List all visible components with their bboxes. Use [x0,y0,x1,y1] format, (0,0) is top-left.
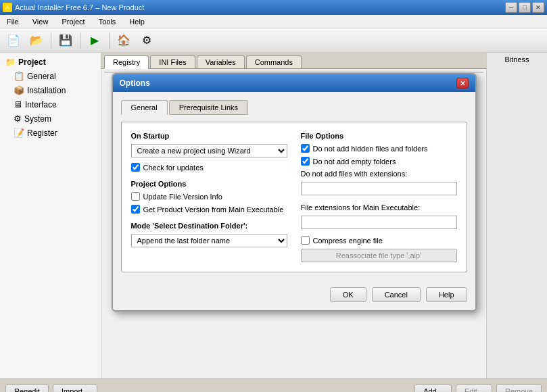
check-updates-checkbox[interactable] [131,163,140,172]
mode-select-label: Mode 'Select Destination Folder': [131,222,287,230]
dialog-left-col: On Startup Create a new project using Wi… [131,132,287,262]
no-ext-label: Do not add files with extensions: [301,170,457,178]
bitness-label: Bitness [490,55,544,64]
save-button[interactable]: 💾 [55,30,76,51]
menu-view[interactable]: View [28,17,53,26]
dialog-panel: On Startup Create a new project using Wi… [121,122,467,272]
minimize-button[interactable]: ─ [505,2,517,13]
toolbar-sep2 [80,32,80,49]
remove-button[interactable]: Remove [496,385,542,393]
update-file-version-checkbox[interactable] [131,192,140,201]
menu-help[interactable]: Help [125,17,149,26]
import-button[interactable]: Import... [53,385,97,393]
mode-select-dropdown[interactable]: Append the last folder nameUse full path… [131,234,287,247]
on-startup-dropdown-row: Create a new project using WizardOpen la… [131,144,287,157]
add-button[interactable]: Add... [414,385,452,393]
menu-bar: File View Project Tools Help [0,15,547,28]
no-hidden-files-row: Do not add hidden files and folders [301,144,457,153]
sidebar-item-general[interactable]: 📋 General [0,69,101,83]
new-button[interactable]: 📄 [3,30,24,51]
on-startup-label: On Startup [131,132,287,140]
no-empty-folders-row: Do not add empty folders [301,157,457,166]
no-empty-folders-label: Do not add empty folders [313,157,396,166]
mode-select-dropdown-row: Append the last folder nameUse full path… [131,234,287,247]
update-file-version-row: Update File Version Info [131,192,287,201]
check-updates-label: Check for updates [143,164,204,172]
dialog-tab-general[interactable]: General [121,100,168,115]
dialog-title: Options [120,78,150,88]
dialog-body: General Prerequisite Links On Startup Cr… [113,92,475,280]
get-product-version-label: Get Product Version from Main Executable [143,205,284,214]
compress-engine-label: Compress engine file [313,237,383,245]
dialog-tab-prereq[interactable]: Prerequisite Links [169,100,248,115]
regedit-button[interactable]: Regedit [5,385,49,393]
help-button[interactable]: Help [426,287,467,302]
installation-icon: 📦 [14,85,24,95]
dialog-footer: OK Cancel Help [113,280,475,310]
title-bar: A Actual Installer Free 6.7 – New Produc… [0,0,547,15]
menu-tools[interactable]: Tools [95,17,120,26]
no-ext-input[interactable] [301,182,457,195]
sidebar-system-label: System [24,114,51,124]
close-button[interactable]: ✕ [532,2,544,13]
check-updates-row: Check for updates [131,163,287,172]
project-options-label: Project Options [131,180,287,188]
sidebar-installation-label: Installation [27,86,66,95]
dialog-tabs: General Prerequisite Links [121,100,467,115]
get-product-version-checkbox[interactable] [131,205,140,214]
sidebar-project: 📁 Project [0,55,101,69]
file-ext-main-label: File extensions for Main Executable: [301,203,457,212]
right-panel: Bitness [486,53,547,378]
app-icon: A [3,3,12,12]
cancel-button[interactable]: Cancel [372,287,421,302]
toolbar-sep3 [109,32,110,49]
toolbar-sep1 [51,32,51,49]
compress-engine-checkbox[interactable] [301,236,310,245]
no-hidden-files-checkbox[interactable] [301,144,310,153]
get-product-version-row: Get Product Version from Main Executable [131,205,287,214]
dialog-close-button[interactable]: ✕ [456,78,469,89]
main-area: 📁 Project 📋 General 📦 Installation 🖥 Int… [0,53,547,378]
sidebar-item-system[interactable]: ⚙ System [0,112,101,126]
interface-icon: 🖥 [14,99,22,109]
register-icon: 📝 [14,128,24,138]
ok-button[interactable]: OK [330,287,366,302]
reassociate-button[interactable]: Reassociate file type '.aip' [301,249,457,262]
compress-engine-row: Compress engine file [301,236,457,245]
bottom-toolbar: Regedit Import... Add... Edit... Remove [0,378,547,392]
sidebar-register-label: Register [27,128,57,138]
title-bar-text: Actual Installer Free 6.7 – New Product [15,3,144,11]
menu-file[interactable]: File [3,17,23,26]
sidebar-item-installation[interactable]: 📦 Installation [0,83,101,97]
toolbar: 📄 📂 💾 ▶ 🏠 ⚙ [0,28,547,53]
sidebar-project-label: Project [18,57,46,67]
dialog-title-bar: Options ✕ [113,74,475,92]
edit-button[interactable]: Edit... [456,385,492,393]
update-file-version-label: Update File Version Info [143,193,222,201]
system-icon: ⚙ [14,114,22,124]
sidebar-interface-label: Interface [25,100,57,109]
run-button[interactable]: ▶ [84,30,105,51]
on-startup-select[interactable]: Create a new project using WizardOpen la… [131,144,287,157]
general-icon: 📋 [14,71,24,81]
sidebar-item-register[interactable]: 📝 Register [0,126,101,140]
no-hidden-files-label: Do not add hidden files and folders [313,145,428,153]
no-empty-folders-checkbox[interactable] [301,157,310,166]
home-button[interactable]: 🏠 [113,30,135,51]
options-dialog: Options ✕ General Prerequisite Links [112,73,477,312]
sidebar-general-label: General [27,72,56,81]
sidebar: 📁 Project 📋 General 📦 Installation 🖥 Int… [0,53,101,378]
content-area: Registry INI Files Variables Commands Op… [101,53,486,378]
open-button[interactable]: 📂 [26,30,47,51]
project-icon: 📁 [5,57,16,67]
settings-button[interactable]: ⚙ [136,30,158,51]
dialog-right-col: File Options Do not add hidden files and… [301,132,457,262]
dialog-overlay: Options ✕ General Prerequisite Links [101,53,486,378]
maximize-button[interactable]: □ [519,2,531,13]
sidebar-item-interface[interactable]: 🖥 Interface [0,97,101,112]
file-options-label: File Options [301,132,457,140]
menu-project[interactable]: Project [57,17,89,26]
file-ext-input[interactable] [301,216,457,229]
